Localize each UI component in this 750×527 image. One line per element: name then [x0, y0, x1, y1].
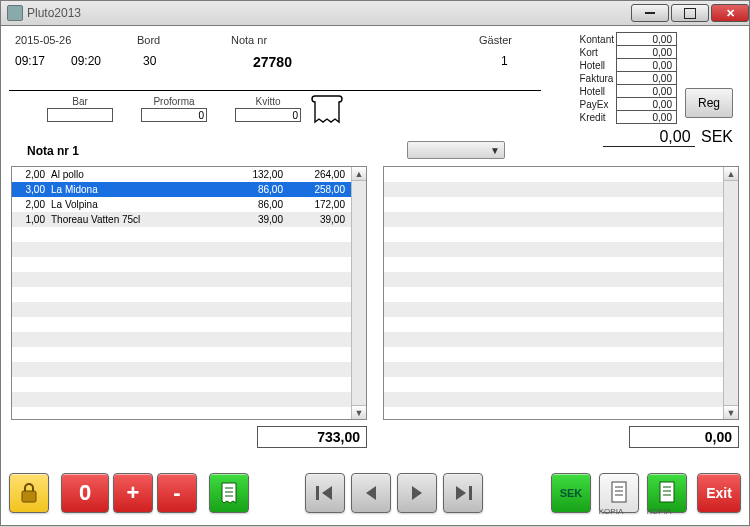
name-cell: La Volpina: [48, 199, 223, 210]
table-row[interactable]: 3,00La Midona86,00258,00: [12, 182, 351, 197]
line-cell: 258,00: [289, 184, 351, 195]
filter-dropdown[interactable]: ▼: [407, 141, 505, 159]
payment-row: Kontant0,00: [578, 33, 677, 46]
table-row: [12, 302, 351, 317]
zero-button[interactable]: 0: [61, 473, 109, 513]
table-row: [384, 182, 723, 197]
payment-value: 0,00: [617, 111, 677, 124]
bord-value: 30: [143, 54, 156, 68]
table-row: [12, 407, 351, 419]
receipt-icon: [220, 481, 238, 505]
scroll-up-icon[interactable]: ▲: [352, 167, 366, 181]
kvitto-label: Kvitto: [235, 96, 301, 107]
notanr-label: Nota nr: [231, 34, 267, 46]
payment-row: Kort0,00: [578, 46, 677, 59]
scroll-up-icon[interactable]: ▲: [724, 167, 738, 181]
table-row: [12, 227, 351, 242]
first-button[interactable]: [305, 473, 345, 513]
chevron-down-icon: ▼: [490, 145, 500, 156]
small-inputs: Bar Proforma Kvitto: [47, 96, 301, 122]
scrollbar[interactable]: ▲ ▼: [351, 167, 366, 419]
payment-label: Hotell: [578, 85, 617, 98]
table-row: [384, 302, 723, 317]
table-row: [12, 242, 351, 257]
title-bar: Pluto2013: [0, 0, 750, 26]
table-row: [384, 407, 723, 419]
table-row[interactable]: 2,00La Volpina86,00172,00: [12, 197, 351, 212]
table-row: [384, 167, 723, 182]
close-button[interactable]: [711, 4, 749, 22]
scroll-down-icon[interactable]: ▼: [724, 405, 738, 419]
qty-cell: 2,00: [12, 199, 48, 210]
svg-rect-10: [612, 482, 626, 502]
next-button[interactable]: [397, 473, 437, 513]
payment-row: Kredit0,00: [578, 111, 677, 124]
right-sum: 0,00: [629, 426, 739, 448]
reg-label: Reg: [698, 96, 720, 110]
maximize-button[interactable]: [671, 4, 709, 22]
time1: 09:17: [15, 54, 45, 68]
header-band: 2015-05-26 Bord Nota nr Gäster 09:17 09:…: [9, 32, 741, 128]
svg-rect-4: [316, 486, 319, 500]
left-list[interactable]: 2,00Al pollo132,00264,003,00La Midona86,…: [11, 166, 367, 420]
payment-value: 0,00: [617, 33, 677, 46]
table-row: [384, 212, 723, 227]
table-row: [12, 392, 351, 407]
left-sum: 733,00: [257, 426, 367, 448]
payment-label: Hotell: [578, 59, 617, 72]
payment-value: 0,00: [617, 98, 677, 111]
lock-button[interactable]: [9, 473, 49, 513]
table-row: [384, 362, 723, 377]
exit-button[interactable]: Exit: [697, 473, 741, 513]
payment-value: 0,00: [617, 85, 677, 98]
notanr-value: 27780: [253, 54, 292, 70]
arrow-first-icon: [314, 484, 336, 502]
window-title: Pluto2013: [27, 6, 81, 20]
app-icon: [7, 5, 23, 21]
minimize-button[interactable]: [631, 4, 669, 22]
svg-marker-5: [322, 486, 332, 500]
payment-row: Faktura0,00: [578, 72, 677, 85]
receipt-button[interactable]: [209, 473, 249, 513]
scrollbar[interactable]: ▲ ▼: [723, 167, 738, 419]
kopia-label-2: KOPIA: [639, 507, 679, 516]
receipt-icon: [309, 92, 349, 126]
prev-button[interactable]: [351, 473, 391, 513]
plus-button[interactable]: +: [113, 473, 153, 513]
arrow-last-icon: [452, 484, 474, 502]
svg-rect-14: [660, 482, 674, 502]
payment-row: PayEx0,00: [578, 98, 677, 111]
unit-cell: 132,00: [223, 169, 289, 180]
arrow-right-icon: [406, 484, 428, 502]
sums-row: 733,00 0,00: [9, 426, 741, 448]
line-cell: 172,00: [289, 199, 351, 210]
qty-cell: 1,00: [12, 214, 48, 225]
name-cell: Thoreau Vatten 75cl: [48, 214, 223, 225]
lock-icon: [19, 482, 39, 504]
proforma-input[interactable]: [141, 108, 207, 122]
table-row[interactable]: 1,00Thoreau Vatten 75cl39,0039,00: [12, 212, 351, 227]
table-row[interactable]: 2,00Al pollo132,00264,00: [12, 167, 351, 182]
right-list[interactable]: ▲ ▼: [383, 166, 739, 420]
proforma-label: Proforma: [141, 96, 207, 107]
table-row: [384, 317, 723, 332]
scroll-down-icon[interactable]: ▼: [352, 405, 366, 419]
last-button[interactable]: [443, 473, 483, 513]
arrow-left-icon: [360, 484, 382, 502]
line-cell: 264,00: [289, 169, 351, 180]
payment-label: Kredit: [578, 111, 617, 124]
table-row: [12, 257, 351, 272]
name-cell: La Midona: [48, 184, 223, 195]
kvitto-input[interactable]: [235, 108, 301, 122]
reg-button[interactable]: Reg: [685, 88, 733, 118]
table-row: [384, 392, 723, 407]
minus-button[interactable]: -: [157, 473, 197, 513]
bar-input[interactable]: [47, 108, 113, 122]
table-row: [384, 272, 723, 287]
payment-label: Kort: [578, 46, 617, 59]
kopia-label: KOPIA: [591, 507, 631, 516]
svg-rect-9: [469, 486, 472, 500]
table-row: [12, 272, 351, 287]
sek-button[interactable]: SEK: [551, 473, 591, 513]
lists: 2,00Al pollo132,00264,003,00La Midona86,…: [9, 166, 741, 420]
